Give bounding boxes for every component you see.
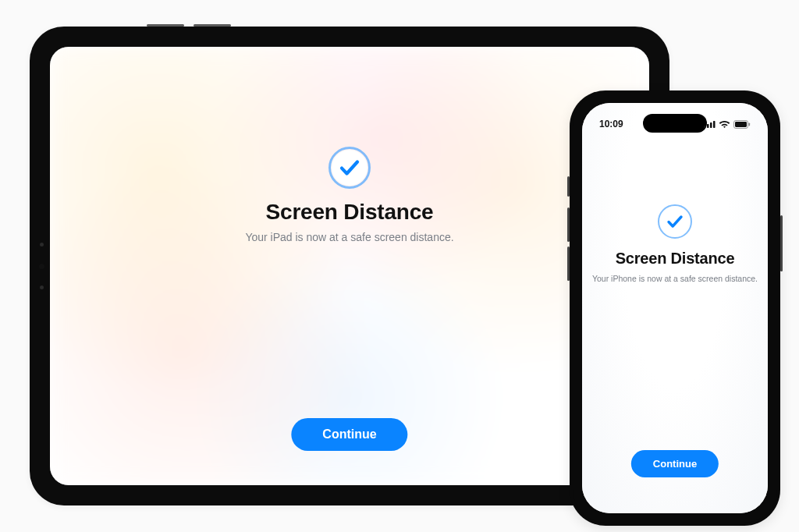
- checkmark-circle-icon: [658, 204, 692, 239]
- iphone-volume-down-button: [567, 246, 570, 281]
- page-subtitle: Your iPad is now at a safe screen distan…: [245, 231, 453, 243]
- screen-distance-panel: Screen Distance Your iPad is now at a sa…: [50, 47, 649, 485]
- ipad-front-camera: [39, 243, 44, 289]
- iphone-screen: 10:09: [582, 103, 768, 513]
- ipad-screen: Screen Distance Your iPad is now at a sa…: [50, 47, 649, 485]
- page-title: Screen Distance: [266, 200, 434, 225]
- iphone-silent-switch: [567, 176, 570, 197]
- ipad-volume-down-button: [194, 24, 231, 27]
- page-title: Screen Distance: [616, 250, 735, 268]
- checkmark-circle-icon: [328, 147, 371, 189]
- screen-distance-panel: Screen Distance Your iPhone is now at a …: [582, 103, 768, 513]
- iphone-volume-up-button: [567, 207, 570, 242]
- ipad-volume-up-button: [147, 24, 184, 27]
- iphone-device-frame: 10:09: [570, 90, 780, 526]
- continue-button[interactable]: Continue: [631, 450, 719, 477]
- continue-button[interactable]: Continue: [291, 418, 407, 451]
- iphone-side-button: [780, 215, 783, 271]
- page-subtitle: Your iPhone is now at a safe screen dist…: [592, 274, 758, 283]
